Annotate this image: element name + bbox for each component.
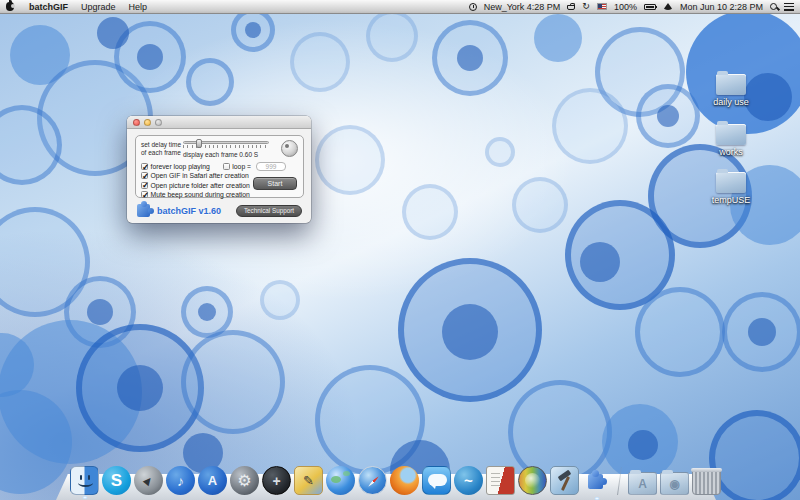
menu-help[interactable]: Help: [129, 2, 148, 12]
dock-icon-finder[interactable]: [70, 466, 99, 495]
battery-icon[interactable]: [644, 4, 656, 10]
desktop-folder-daily-use[interactable]: daily use: [700, 74, 762, 107]
wifi-icon[interactable]: [663, 3, 673, 10]
desktop: batchGIF Upgrade Help New_York 4:28 PM ↻…: [0, 0, 800, 500]
wallpaper-circle: [748, 318, 776, 346]
menu-bar: batchGIF Upgrade Help New_York 4:28 PM ↻…: [0, 0, 800, 14]
checkbox-mute-beep[interactable]: Mute beep sound during creation: [141, 191, 250, 198]
wallpaper-circle: [117, 365, 163, 411]
wallpaper-circle: [198, 303, 216, 321]
dock-icon-itunes[interactable]: ♪: [166, 466, 195, 495]
dock-icon-batchgif[interactable]: [582, 466, 611, 495]
batchgif-window: set delay time of each frame display eac…: [127, 116, 311, 223]
apple-menu-icon[interactable]: [6, 2, 14, 11]
app-brand-version: batchGIF v1.60: [157, 206, 221, 216]
folder-icon: [716, 172, 746, 193]
sync-icon[interactable]: ↻: [582, 2, 590, 11]
delay-slider[interactable]: [183, 141, 269, 148]
slider-track[interactable]: [183, 141, 269, 144]
wallpaper: [0, 0, 800, 500]
dock-icon-google-earth[interactable]: [326, 466, 355, 495]
dock-icon-color-media-app[interactable]: [518, 466, 547, 495]
cart-icon[interactable]: [567, 5, 575, 10]
checkbox-open-safari[interactable]: Open GIF in Safari after creation: [141, 172, 249, 179]
checkbox-box[interactable]: [141, 163, 148, 170]
checkbox-forever-loop[interactable]: forever loop playing: [141, 163, 210, 170]
checkbox-box[interactable]: [141, 172, 148, 179]
dock-icon-users-folder[interactable]: ◉: [660, 472, 689, 495]
wallpaper-circle: [315, 125, 385, 195]
wallpaper-circle: [580, 242, 620, 282]
desktop-folder-tempuse[interactable]: tempUSE: [700, 172, 762, 205]
dock-icon-messages[interactable]: [422, 466, 451, 495]
wallpaper-circle: [97, 17, 129, 49]
wallpaper-circle: [245, 22, 261, 38]
frame-display-text: display each frame 0.60 S: [183, 151, 258, 158]
world-clock-icon[interactable]: [469, 3, 477, 11]
battery-percentage[interactable]: 100%: [614, 2, 637, 12]
checkbox-open-folder[interactable]: Open picture folder after creation: [141, 182, 250, 189]
dock-icon-app-store[interactable]: A: [198, 466, 227, 495]
dock-icon-launcher-rocket[interactable]: ▲: [134, 466, 163, 495]
wallpaper-circle: [485, 137, 515, 167]
close-button[interactable]: [133, 119, 140, 126]
wallpaper-circle: [552, 88, 628, 164]
dock-icon-developer-hammer-tool[interactable]: [550, 466, 579, 495]
delay-dial-knob[interactable]: [281, 140, 298, 157]
wallpaper-circle: [181, 330, 285, 434]
folder-label: daily use: [700, 97, 762, 107]
slider-thumb[interactable]: [196, 139, 202, 148]
wallpaper-circle: [512, 177, 568, 233]
folder-label: tempUSE: [700, 195, 762, 205]
checkbox-loop-count[interactable]: loop =: [223, 163, 251, 170]
wallpaper-circle: [635, 287, 725, 377]
world-clock-text[interactable]: New_York 4:28 PM: [484, 2, 561, 12]
dock-icon-safari[interactable]: [358, 466, 387, 495]
batchgif-puzzle-logo-icon: [137, 204, 150, 217]
wallpaper-circle: [457, 45, 483, 71]
finder-smile: [78, 479, 93, 487]
desktop-folder-works[interactable]: works: [700, 124, 762, 157]
running-indicator: [82, 496, 87, 499]
wallpaper-circle: [366, 10, 418, 62]
dock-separator: [617, 467, 622, 495]
start-button[interactable]: Start: [253, 177, 297, 190]
window-titlebar[interactable]: [127, 116, 311, 129]
menu-datetime[interactable]: Mon Jun 10 2:28 PM: [680, 2, 763, 12]
menu-app-name[interactable]: batchGIF: [29, 2, 68, 12]
loop-count-field[interactable]: [256, 162, 286, 171]
dock-icon-system-preferences[interactable]: ⚙: [230, 466, 259, 495]
wallpaper-circle: [137, 44, 163, 70]
dock-icon-paint-tool[interactable]: ✎: [294, 466, 323, 495]
checkbox-box[interactable]: [141, 191, 148, 198]
wallpaper-circle: [402, 184, 458, 240]
folder-icon: [716, 74, 746, 95]
checkbox-box[interactable]: [141, 182, 148, 189]
wallpaper-circle: [186, 58, 234, 106]
technical-support-button[interactable]: Technical Support: [236, 205, 302, 217]
delay-label: set delay time of each frame: [141, 141, 181, 156]
dock-icon-openoffice[interactable]: ~: [454, 466, 483, 495]
menu-list-icon[interactable]: [784, 3, 794, 11]
spotlight-icon[interactable]: [770, 3, 777, 10]
dock: S ▲ ♪ A ⚙ + ✎ ~ A ◉: [56, 460, 716, 500]
dock-icon-applications-folder[interactable]: A: [628, 472, 657, 495]
dock-icon-dark-dial-utility[interactable]: +: [262, 466, 291, 495]
dock-icon-firefox[interactable]: [390, 466, 419, 495]
folder-icon: [716, 124, 746, 145]
dock-icon-trash[interactable]: [692, 469, 721, 495]
wallpaper-circle: [87, 299, 113, 325]
wallpaper-circle: [534, 14, 582, 62]
settings-groupbox: set delay time of each frame display eac…: [135, 135, 304, 198]
minimize-button[interactable]: [144, 119, 151, 126]
zoom-button[interactable]: [155, 119, 162, 126]
menu-upgrade[interactable]: Upgrade: [81, 2, 116, 12]
wallpaper-circle: [657, 105, 679, 127]
wallpaper-circle: [260, 280, 300, 320]
checkbox-box[interactable]: [223, 163, 230, 170]
wallpaper-circle: [709, 410, 800, 500]
dock-icon-red-book-documents[interactable]: [486, 466, 515, 495]
dock-icon-skype[interactable]: S: [102, 466, 131, 495]
wallpaper-circle: [290, 32, 350, 92]
input-language-flag-icon[interactable]: [597, 3, 607, 10]
